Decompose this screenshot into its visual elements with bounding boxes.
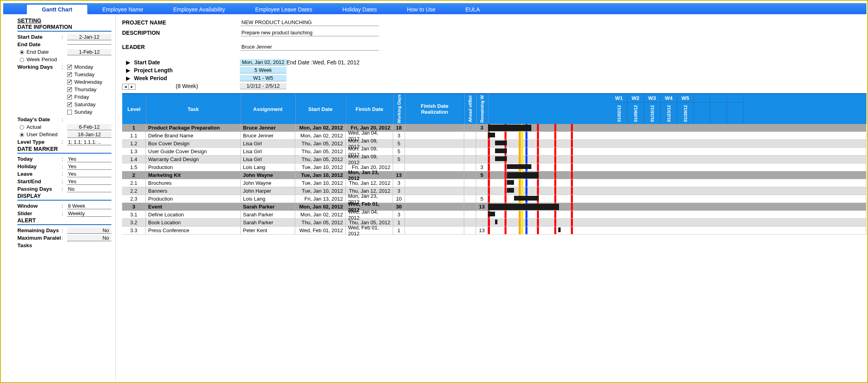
- gantt-bar[interactable]: [495, 220, 497, 224]
- radio-end-date[interactable]: [20, 50, 24, 54]
- table-row[interactable]: 2.1BrochuresJohn WayneTue, Jan 10, 2012T…: [122, 179, 866, 187]
- gantt-bar[interactable]: [488, 204, 559, 210]
- summary-end-date: Wed, Feb 01, 2012: [313, 59, 360, 66]
- window-input[interactable]: 8 Week: [67, 203, 111, 209]
- table-row[interactable]: 1.2Box Cover DesignLisa GirlThu, Jan 05,…: [122, 140, 866, 148]
- table-row[interactable]: 1.1Define Brand NameBruce JennerMon, Jan…: [122, 132, 866, 140]
- table-row[interactable]: 3.1Define LocationSarah ParkerMon, Jan 0…: [122, 211, 866, 219]
- week-date: [710, 103, 727, 124]
- gantt-bar[interactable]: [495, 156, 507, 161]
- level-type-label: Level Type: [17, 139, 62, 145]
- gantt-bar[interactable]: [495, 148, 507, 153]
- gantt-bar[interactable]: [514, 196, 538, 201]
- today-label: Today's Date: [17, 116, 62, 122]
- tab-holiday[interactable]: Holiday Dates: [328, 5, 392, 14]
- slider-input[interactable]: Weekly: [67, 210, 111, 217]
- actual-date-input[interactable]: 6-Feb-12: [67, 124, 111, 130]
- gantt-grid: Level Task Assignment Start Date Finish …: [122, 93, 866, 235]
- col-assignment: Assignment: [241, 94, 295, 124]
- tab-howto[interactable]: How to Use: [392, 5, 450, 14]
- gantt-bar[interactable]: [488, 212, 495, 216]
- dateinfo-header: DATE INFORMATION: [17, 24, 111, 30]
- chk-tuesday[interactable]: [67, 72, 72, 77]
- chk-sunday[interactable]: [67, 110, 72, 115]
- tab-emp-leave[interactable]: Employee Leave Dates: [240, 5, 328, 14]
- triangle-icon: ▶: [122, 75, 134, 81]
- leader-input[interactable]: Bruce Jenner: [241, 43, 379, 51]
- marker-startend[interactable]: Yes: [67, 178, 111, 185]
- table-row[interactable]: 3.2Book LocationSarah ParkerThu, Jan 05,…: [122, 219, 866, 227]
- table-row[interactable]: 2.2BannersJohn HarperTue, Jan 10, 2012Th…: [122, 187, 866, 195]
- week-header: W3: [644, 94, 661, 103]
- radio-actual[interactable]: [20, 125, 24, 130]
- week-header: [727, 94, 744, 103]
- table-row[interactable]: 1.3User Guide Cover DesignLisa GirlThu, …: [122, 148, 866, 156]
- gantt-bar[interactable]: [488, 133, 495, 137]
- end-date-label: End Date: [17, 41, 62, 47]
- marker-today[interactable]: Yes: [67, 156, 111, 162]
- level-type-input[interactable]: 1; 1.1; 1.1.1; ..: [67, 139, 111, 145]
- tab-gantt[interactable]: Gantt Chart: [27, 5, 87, 14]
- week-date: 01/23/12: [661, 103, 677, 124]
- chk-monday[interactable]: [67, 65, 72, 69]
- marker-holiday[interactable]: Yes: [67, 163, 111, 170]
- remaining-days-input[interactable]: No: [67, 227, 111, 234]
- tasks-label: Tasks: [17, 242, 62, 248]
- table-row[interactable]: 1Product Package PreparationBruce Jenner…: [122, 124, 866, 132]
- week-header: W1: [611, 94, 627, 103]
- radio-userdef[interactable]: [20, 133, 24, 137]
- tab-emp-name[interactable]: Employee Name: [87, 5, 158, 14]
- table-row[interactable]: 2.3ProductionLois LangFri, Jan 13, 2012M…: [122, 195, 866, 203]
- gantt-bar[interactable]: [507, 172, 538, 178]
- summary-start-date: Mon, Jan 02, 2012: [240, 59, 286, 66]
- gantt-bars: [488, 124, 866, 132]
- col-task: Task: [146, 94, 241, 124]
- gantt-bar[interactable]: [558, 227, 561, 232]
- gantt-bars: [488, 227, 866, 235]
- start-date-label: Start Date: [17, 34, 62, 40]
- table-row[interactable]: 3.3Press ConferencePeter KentWed, Feb 01…: [122, 227, 866, 235]
- triangle-icon: ▶: [122, 59, 134, 66]
- project-name-input[interactable]: NEW PRODUCT LAUNCHING: [241, 19, 379, 26]
- table-row[interactable]: 1.5ProductionLois LangTue, Jan 10, 2012F…: [122, 163, 866, 171]
- end-date-input[interactable]: 1-Feb-12: [67, 49, 111, 55]
- setting-header: SETTING: [17, 17, 111, 24]
- chk-wednesday[interactable]: [67, 80, 72, 84]
- tab-emp-avail[interactable]: Employee Availability: [158, 5, 240, 14]
- chk-friday[interactable]: [67, 95, 72, 100]
- gantt-bar[interactable]: [507, 188, 514, 193]
- working-days-label: Working Days: [17, 64, 62, 70]
- leader-label: LEADER: [122, 44, 241, 50]
- max-parallel-input[interactable]: No: [67, 235, 111, 241]
- table-row[interactable]: 1.4Warranty Card DesignLisa GirlThu, Jan…: [122, 156, 866, 163]
- col-finish: Finish Date: [346, 94, 393, 124]
- gantt-bar[interactable]: [507, 180, 514, 185]
- gantt-bars: [488, 163, 866, 171]
- radio-week-period[interactable]: [20, 58, 24, 62]
- start-date-input[interactable]: 2-Jan-12: [67, 34, 111, 40]
- nav-arrows[interactable]: ◂▸: [122, 84, 136, 90]
- week-header: W2: [627, 94, 644, 103]
- gantt-bar[interactable]: [495, 141, 507, 145]
- chk-thursday[interactable]: [67, 87, 72, 92]
- gantt-bars: [488, 171, 866, 179]
- tab-eula[interactable]: EULA: [450, 5, 495, 14]
- chk-saturday[interactable]: [67, 102, 72, 107]
- marker-passing[interactable]: No: [67, 186, 111, 192]
- gantt-bar[interactable]: [488, 125, 531, 131]
- table-row[interactable]: 2Marketing KitJohn WayneTue, Jan 10, 201…: [122, 171, 866, 179]
- userdef-date-input[interactable]: 18-Jan-12: [67, 131, 111, 138]
- gantt-bars: [488, 219, 866, 227]
- gantt-bars: [488, 203, 866, 211]
- week-header: [710, 94, 727, 103]
- gantt-bar[interactable]: [507, 164, 531, 169]
- table-row[interactable]: 3EventSarah ParkerMon, Jan 02, 2012Wed, …: [122, 203, 866, 211]
- week-date: 01/30/12: [677, 103, 694, 124]
- gantt-bars: [488, 187, 866, 195]
- marker-leave[interactable]: Yes: [67, 171, 111, 177]
- week-header: W4: [661, 94, 677, 103]
- week-header: W5: [677, 94, 694, 103]
- col-remaining: Remaining W: [480, 95, 484, 123]
- main-panel: PROJECT NAMENEW PRODUCT LAUNCHING DESCRI…: [116, 14, 866, 380]
- description-input[interactable]: Prepare new product launching: [241, 29, 379, 36]
